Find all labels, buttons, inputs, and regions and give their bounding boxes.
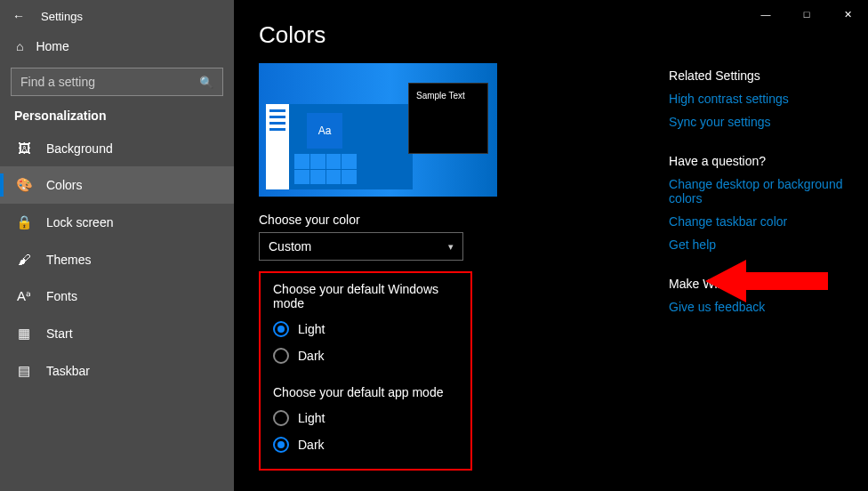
- sidebar-item-label: Background: [46, 141, 113, 156]
- color-select[interactable]: Custom ▾: [259, 232, 463, 261]
- color-select-value: Custom: [269, 239, 311, 254]
- close-button[interactable]: ✕: [827, 0, 868, 28]
- sidebar-item-taskbar[interactable]: ▤ Taskbar: [0, 352, 234, 390]
- taskbar-icon: ▤: [16, 363, 32, 379]
- brush-icon: 🖌: [16, 252, 32, 267]
- home-label: Home: [36, 39, 68, 53]
- sidebar-item-lockscreen[interactable]: 🔒 Lock screen: [0, 204, 234, 241]
- home-icon: ⌂: [16, 39, 23, 53]
- link-sync-settings[interactable]: Sync your settings: [669, 115, 843, 129]
- link-get-help[interactable]: Get help: [669, 237, 843, 252]
- section-label: Personalization: [0, 105, 234, 130]
- lock-icon: 🔒: [16, 214, 32, 230]
- sidebar-item-background[interactable]: 🖼 Background: [0, 130, 234, 166]
- grid-icon: ▦: [16, 326, 32, 342]
- question-heading: Have a question?: [669, 154, 843, 168]
- sidebar-item-start[interactable]: ▦ Start: [0, 315, 234, 352]
- radio-icon: [273, 321, 289, 337]
- home-button[interactable]: ⌂ Home: [0, 28, 234, 64]
- maximize-button[interactable]: □: [786, 0, 827, 28]
- radio-label: Light: [298, 411, 325, 425]
- sidebar-item-colors[interactable]: 🎨 Colors: [0, 166, 234, 204]
- link-change-taskbar[interactable]: Change taskbar color: [669, 214, 843, 229]
- window-controls: ― □ ✕: [745, 0, 868, 28]
- windows-mode-dark[interactable]: Dark: [273, 342, 458, 369]
- windows-mode-label: Choose your default Windows mode: [273, 282, 458, 310]
- sidebar-item-label: Colors: [46, 178, 82, 192]
- sidebar-item-themes[interactable]: 🖌 Themes: [0, 241, 234, 278]
- chevron-down-icon: ▾: [448, 241, 454, 253]
- related-settings-heading: Related Settings: [669, 68, 843, 83]
- choose-color-label: Choose your color: [259, 213, 615, 227]
- link-high-contrast[interactable]: High contrast settings: [669, 92, 843, 106]
- app-mode-label: Choose your default app mode: [273, 385, 458, 399]
- search-box[interactable]: 🔍: [11, 68, 223, 96]
- radio-label: Dark: [298, 349, 325, 363]
- app-mode-light[interactable]: Light: [273, 405, 458, 431]
- radio-icon: [273, 348, 289, 364]
- palette-icon: 🎨: [16, 177, 32, 193]
- radio-label: Light: [298, 322, 325, 336]
- annotation-highlight-box: Choose your default Windows mode Light D…: [259, 271, 472, 471]
- color-preview: Aa Sample Text: [259, 63, 497, 197]
- main-content: ― □ ✕ Colors Aa Sample Text Choose your …: [234, 0, 868, 491]
- sidebar-item-fonts[interactable]: Aᵃ Fonts: [0, 278, 234, 315]
- app-mode-dark[interactable]: Dark: [273, 431, 458, 458]
- sidebar-item-label: Taskbar: [46, 364, 90, 378]
- app-title: Settings: [41, 10, 83, 23]
- picture-icon: 🖼: [16, 141, 32, 156]
- font-icon: Aᵃ: [16, 288, 32, 304]
- radio-label: Dark: [298, 438, 325, 452]
- radio-icon: [273, 410, 289, 426]
- link-change-desktop[interactable]: Change desktop or background colors: [669, 177, 843, 205]
- radio-icon: [273, 437, 289, 453]
- sidebar: ← Settings ⌂ Home 🔍 Personalization 🖼 Ba…: [0, 0, 234, 491]
- sidebar-item-label: Fonts: [46, 289, 77, 303]
- sidebar-header: ← Settings: [0, 0, 234, 28]
- sidebar-item-label: Themes: [46, 253, 92, 267]
- windows-mode-light[interactable]: Light: [273, 316, 458, 342]
- annotation-arrow: [705, 260, 828, 302]
- preview-window: Sample Text: [408, 83, 488, 154]
- sidebar-item-label: Start: [46, 326, 73, 341]
- search-icon: 🔍: [199, 76, 213, 89]
- preview-tile: Aa: [307, 113, 342, 149]
- sidebar-item-label: Lock screen: [46, 215, 113, 229]
- minimize-button[interactable]: ―: [745, 0, 786, 28]
- search-input[interactable]: [20, 75, 199, 89]
- back-arrow-icon[interactable]: ←: [12, 9, 25, 23]
